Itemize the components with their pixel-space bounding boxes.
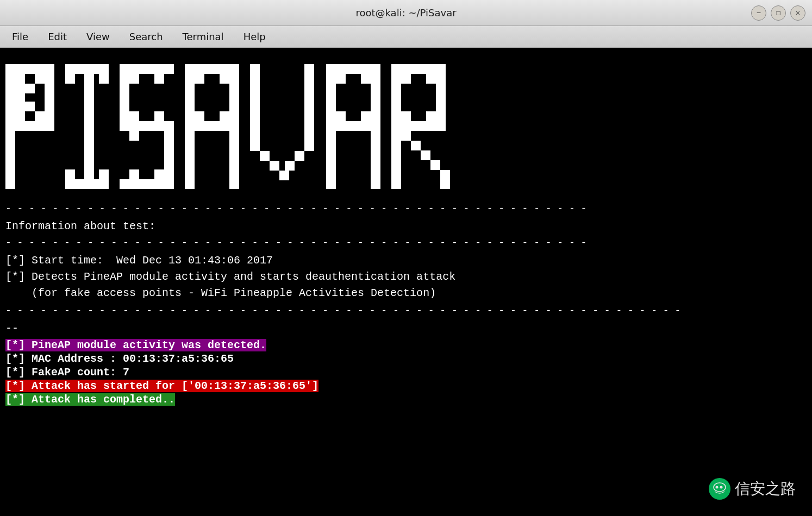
pineap-detected-line: [*] PineAP module activity was detected.	[5, 339, 807, 351]
double-dash: --	[5, 320, 807, 337]
svg-rect-13	[84, 64, 94, 189]
svg-rect-27	[129, 131, 139, 141]
menu-edit[interactable]: Edit	[38, 29, 77, 45]
window-title: root@kali: ~/PiSavar	[355, 7, 456, 18]
svg-rect-41	[295, 151, 304, 161]
svg-rect-37	[220, 111, 229, 121]
svg-rect-36	[195, 111, 204, 121]
svg-rect-38	[250, 64, 260, 151]
svg-rect-39	[304, 64, 314, 151]
minimize-button[interactable]: −	[751, 5, 766, 21]
svg-rect-17	[99, 169, 109, 179]
svg-rect-25	[129, 111, 139, 121]
svg-rect-64	[401, 74, 411, 84]
svg-rect-16	[65, 169, 75, 179]
svg-rect-7	[25, 102, 35, 111]
separator-3: - - - - - - - - - - - - - - - - - - - - …	[5, 304, 807, 318]
svg-rect-54	[361, 111, 371, 121]
watermark: 信安之路	[709, 478, 796, 500]
svg-rect-61	[421, 150, 430, 160]
svg-rect-4	[15, 74, 25, 84]
svg-rect-35	[220, 74, 229, 84]
pisavar-logo: .px { fill: #ffffff; }	[5, 64, 807, 192]
svg-rect-34	[195, 74, 204, 84]
svg-rect-67	[426, 111, 436, 121]
svg-rect-43	[285, 161, 295, 171]
start-time-line: [*] Start time: Wed Dec 13 01:43:06 2017	[5, 253, 807, 269]
attack-started-line: [*] Attack has started for ['00:13:37:a5…	[5, 380, 807, 392]
svg-rect-15	[99, 74, 109, 84]
svg-rect-50	[326, 121, 380, 131]
watermark-text: 信安之路	[735, 479, 796, 499]
menu-terminal[interactable]: Terminal	[173, 29, 234, 45]
svg-rect-46	[304, 64, 314, 74]
menu-bar: File Edit View Search Terminal Help	[0, 26, 812, 48]
attack-completed-text: [*] Attack has completed..	[5, 393, 175, 406]
svg-rect-29	[154, 169, 164, 179]
svg-rect-5	[15, 111, 25, 121]
svg-rect-8	[35, 74, 45, 84]
svg-rect-57	[391, 121, 440, 131]
svg-rect-14	[65, 74, 75, 84]
svg-point-68	[716, 486, 719, 489]
svg-rect-45	[250, 64, 260, 74]
close-button[interactable]: ✕	[790, 5, 805, 21]
svg-rect-9	[35, 111, 45, 121]
svg-rect-21	[164, 121, 174, 189]
svg-rect-23	[129, 74, 139, 84]
svg-rect-60	[411, 141, 421, 150]
attack-started-text: [*] Attack has started for ['00:13:37:a5…	[5, 380, 318, 392]
detects-pineap-line: [*] Detects PineAP module activity and s…	[5, 269, 807, 285]
info-label: Information about test:	[5, 218, 807, 235]
attack-completed-line: [*] Attack has completed..	[5, 393, 807, 406]
fakeap-count-line: [*] FakeAP count: 7	[5, 366, 807, 379]
svg-rect-62	[430, 160, 440, 170]
svg-rect-26	[154, 111, 164, 121]
separator-2: - - - - - - - - - - - - - - - - - - - - …	[5, 236, 807, 250]
svg-rect-66	[401, 111, 411, 121]
svg-rect-10	[15, 84, 25, 111]
svg-rect-44	[279, 171, 289, 180]
pineap-detected-text: [*] PineAP module activity was detected.	[5, 339, 266, 351]
terminal-area[interactable]: .px { fill: #ffffff; }	[0, 48, 812, 516]
maximize-button[interactable]: ❐	[771, 5, 786, 21]
wechat-icon	[709, 478, 730, 500]
svg-point-69	[720, 486, 723, 489]
svg-rect-40	[260, 151, 270, 161]
svg-rect-3	[45, 64, 54, 131]
svg-rect-63	[440, 170, 450, 189]
menu-file[interactable]: File	[2, 29, 38, 45]
svg-rect-42	[270, 161, 279, 171]
svg-rect-65	[426, 74, 436, 84]
separator-1: - - - - - - - - - - - - - - - - - - - - …	[5, 202, 807, 216]
svg-rect-52	[361, 74, 371, 84]
svg-rect-59	[401, 131, 411, 141]
svg-rect-51	[336, 74, 346, 84]
mac-address-line: [*] MAC Address : 00:13:37:a5:36:65	[5, 353, 807, 365]
svg-rect-33	[185, 121, 239, 131]
svg-rect-6	[25, 84, 35, 93]
svg-rect-53	[336, 111, 346, 121]
svg-rect-22	[120, 179, 174, 189]
svg-rect-28	[129, 169, 139, 179]
menu-view[interactable]: View	[77, 29, 120, 45]
svg-rect-24	[154, 74, 164, 84]
menu-search[interactable]: Search	[120, 29, 173, 45]
title-bar: root@kali: ~/PiSavar − ❐ ✕	[0, 0, 812, 26]
fake-ap-line: (for fake access points - WiFi Pineapple…	[5, 285, 807, 301]
svg-rect-58	[436, 64, 446, 131]
svg-rect-19	[120, 64, 129, 121]
menu-help[interactable]: Help	[234, 29, 276, 45]
window-controls: − ❐ ✕	[751, 5, 805, 21]
svg-point-70	[714, 483, 726, 492]
